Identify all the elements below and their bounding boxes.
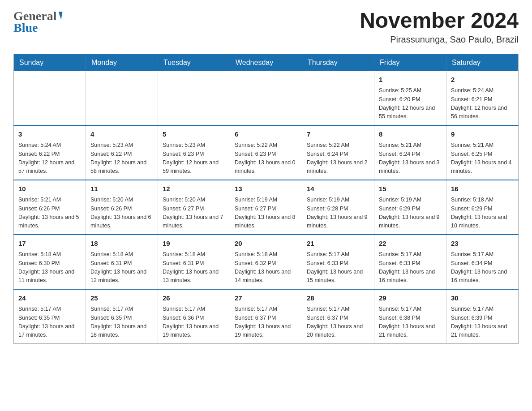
day-info: Sunrise: 5:17 AM Sunset: 6:37 PM Dayligh… bbox=[235, 305, 297, 340]
weekday-header-thursday: Thursday bbox=[302, 54, 374, 71]
month-title: November 2024 bbox=[360, 9, 519, 33]
day-number: 22 bbox=[379, 239, 442, 249]
day-info: Sunrise: 5:21 AM Sunset: 6:25 PM Dayligh… bbox=[451, 141, 514, 176]
calendar-cell: 4Sunrise: 5:23 AM Sunset: 6:22 PM Daylig… bbox=[86, 125, 158, 180]
week-row-5: 24Sunrise: 5:17 AM Sunset: 6:35 PM Dayli… bbox=[14, 289, 519, 344]
calendar-cell: 13Sunrise: 5:19 AM Sunset: 6:27 PM Dayli… bbox=[230, 180, 302, 235]
day-info: Sunrise: 5:17 AM Sunset: 6:34 PM Dayligh… bbox=[451, 250, 514, 285]
day-number: 18 bbox=[90, 239, 153, 249]
calendar-cell: 20Sunrise: 5:18 AM Sunset: 6:32 PM Dayli… bbox=[230, 235, 302, 289]
day-number: 2 bbox=[451, 75, 514, 85]
day-info: Sunrise: 5:19 AM Sunset: 6:28 PM Dayligh… bbox=[307, 196, 369, 231]
calendar-cell: 2Sunrise: 5:24 AM Sunset: 6:21 PM Daylig… bbox=[446, 71, 519, 125]
day-info: Sunrise: 5:24 AM Sunset: 6:22 PM Dayligh… bbox=[18, 141, 81, 176]
day-info: Sunrise: 5:17 AM Sunset: 6:36 PM Dayligh… bbox=[163, 305, 225, 340]
day-info: Sunrise: 5:17 AM Sunset: 6:33 PM Dayligh… bbox=[307, 250, 369, 285]
calendar-cell: 24Sunrise: 5:17 AM Sunset: 6:35 PM Dayli… bbox=[14, 289, 86, 344]
day-number: 12 bbox=[163, 184, 225, 194]
day-info: Sunrise: 5:18 AM Sunset: 6:31 PM Dayligh… bbox=[163, 250, 225, 285]
day-info: Sunrise: 5:23 AM Sunset: 6:23 PM Dayligh… bbox=[163, 141, 225, 176]
day-info: Sunrise: 5:17 AM Sunset: 6:33 PM Dayligh… bbox=[379, 250, 442, 285]
location-subtitle: Pirassununga, Sao Paulo, Brazil bbox=[360, 34, 519, 45]
day-number: 20 bbox=[235, 239, 297, 249]
day-info: Sunrise: 5:18 AM Sunset: 6:32 PM Dayligh… bbox=[235, 250, 297, 285]
day-number: 11 bbox=[90, 184, 153, 194]
day-number: 30 bbox=[451, 293, 514, 304]
day-number: 21 bbox=[307, 239, 369, 249]
calendar-cell: 14Sunrise: 5:19 AM Sunset: 6:28 PM Dayli… bbox=[302, 180, 374, 235]
day-info: Sunrise: 5:17 AM Sunset: 6:35 PM Dayligh… bbox=[90, 305, 153, 340]
title-area: November 2024 Pirassununga, Sao Paulo, B… bbox=[360, 9, 519, 45]
day-number: 14 bbox=[307, 184, 369, 194]
calendar-cell bbox=[14, 71, 86, 125]
calendar-cell bbox=[230, 71, 302, 125]
day-info: Sunrise: 5:22 AM Sunset: 6:23 PM Dayligh… bbox=[235, 141, 297, 176]
day-info: Sunrise: 5:17 AM Sunset: 6:39 PM Dayligh… bbox=[451, 305, 514, 340]
calendar-cell: 18Sunrise: 5:18 AM Sunset: 6:31 PM Dayli… bbox=[86, 235, 158, 289]
day-info: Sunrise: 5:19 AM Sunset: 6:27 PM Dayligh… bbox=[235, 196, 297, 231]
calendar-cell: 6Sunrise: 5:22 AM Sunset: 6:23 PM Daylig… bbox=[230, 125, 302, 180]
day-number: 17 bbox=[18, 239, 81, 249]
calendar-cell: 28Sunrise: 5:17 AM Sunset: 6:37 PM Dayli… bbox=[302, 289, 374, 344]
day-info: Sunrise: 5:21 AM Sunset: 6:26 PM Dayligh… bbox=[18, 196, 81, 231]
calendar-cell: 29Sunrise: 5:17 AM Sunset: 6:38 PM Dayli… bbox=[374, 289, 446, 344]
day-info: Sunrise: 5:24 AM Sunset: 6:21 PM Dayligh… bbox=[451, 86, 514, 121]
day-number: 25 bbox=[90, 293, 153, 304]
day-number: 5 bbox=[163, 129, 225, 140]
calendar-cell: 23Sunrise: 5:17 AM Sunset: 6:34 PM Dayli… bbox=[446, 235, 519, 289]
day-number: 10 bbox=[18, 184, 81, 194]
day-number: 29 bbox=[379, 293, 442, 304]
calendar-cell: 21Sunrise: 5:17 AM Sunset: 6:33 PM Dayli… bbox=[302, 235, 374, 289]
week-row-1: 1Sunrise: 5:25 AM Sunset: 6:20 PM Daylig… bbox=[14, 71, 519, 125]
calendar-cell: 30Sunrise: 5:17 AM Sunset: 6:39 PM Dayli… bbox=[446, 289, 519, 344]
calendar-cell: 16Sunrise: 5:18 AM Sunset: 6:29 PM Dayli… bbox=[446, 180, 519, 235]
day-number: 9 bbox=[451, 129, 514, 140]
calendar-cell bbox=[158, 71, 230, 125]
calendar-cell bbox=[302, 71, 374, 125]
day-info: Sunrise: 5:18 AM Sunset: 6:30 PM Dayligh… bbox=[18, 250, 81, 285]
day-number: 1 bbox=[379, 75, 442, 85]
weekday-header-tuesday: Tuesday bbox=[158, 54, 230, 71]
day-info: Sunrise: 5:17 AM Sunset: 6:37 PM Dayligh… bbox=[307, 305, 369, 340]
day-info: Sunrise: 5:25 AM Sunset: 6:20 PM Dayligh… bbox=[379, 86, 442, 121]
calendar-cell: 3Sunrise: 5:24 AM Sunset: 6:22 PM Daylig… bbox=[14, 125, 86, 180]
calendar-cell: 12Sunrise: 5:20 AM Sunset: 6:27 PM Dayli… bbox=[158, 180, 230, 235]
calendar-cell: 5Sunrise: 5:23 AM Sunset: 6:23 PM Daylig… bbox=[158, 125, 230, 180]
day-number: 13 bbox=[235, 184, 297, 194]
day-number: 24 bbox=[18, 293, 81, 304]
weekday-header-wednesday: Wednesday bbox=[230, 54, 302, 71]
calendar-cell: 15Sunrise: 5:19 AM Sunset: 6:29 PM Dayli… bbox=[374, 180, 446, 235]
calendar-cell: 25Sunrise: 5:17 AM Sunset: 6:35 PM Dayli… bbox=[86, 289, 158, 344]
day-number: 3 bbox=[18, 129, 81, 140]
day-info: Sunrise: 5:20 AM Sunset: 6:26 PM Dayligh… bbox=[90, 196, 153, 231]
calendar-cell: 10Sunrise: 5:21 AM Sunset: 6:26 PM Dayli… bbox=[14, 180, 86, 235]
weekday-header-sunday: Sunday bbox=[14, 54, 86, 71]
weekday-header-friday: Friday bbox=[374, 54, 446, 71]
day-number: 28 bbox=[307, 293, 369, 304]
day-number: 19 bbox=[163, 239, 225, 249]
logo: General Blue bbox=[13, 9, 62, 35]
day-info: Sunrise: 5:18 AM Sunset: 6:29 PM Dayligh… bbox=[451, 196, 514, 231]
day-number: 15 bbox=[379, 184, 442, 194]
weekday-header-monday: Monday bbox=[86, 54, 158, 71]
day-info: Sunrise: 5:21 AM Sunset: 6:24 PM Dayligh… bbox=[379, 141, 442, 176]
day-info: Sunrise: 5:17 AM Sunset: 6:35 PM Dayligh… bbox=[18, 305, 81, 340]
day-number: 26 bbox=[163, 293, 225, 304]
day-number: 6 bbox=[235, 129, 297, 140]
day-info: Sunrise: 5:18 AM Sunset: 6:31 PM Dayligh… bbox=[90, 250, 153, 285]
calendar-cell: 7Sunrise: 5:22 AM Sunset: 6:24 PM Daylig… bbox=[302, 125, 374, 180]
page-header: General Blue November 2024 Pirassununga,… bbox=[13, 9, 519, 45]
day-number: 27 bbox=[235, 293, 297, 304]
day-number: 23 bbox=[451, 239, 514, 249]
weekday-header-row: SundayMondayTuesdayWednesdayThursdayFrid… bbox=[14, 54, 519, 71]
day-number: 8 bbox=[379, 129, 442, 140]
calendar-cell: 9Sunrise: 5:21 AM Sunset: 6:25 PM Daylig… bbox=[446, 125, 519, 180]
calendar-cell bbox=[86, 71, 158, 125]
calendar-cell: 17Sunrise: 5:18 AM Sunset: 6:30 PM Dayli… bbox=[14, 235, 86, 289]
day-number: 7 bbox=[307, 129, 369, 140]
calendar-cell: 11Sunrise: 5:20 AM Sunset: 6:26 PM Dayli… bbox=[86, 180, 158, 235]
day-info: Sunrise: 5:19 AM Sunset: 6:29 PM Dayligh… bbox=[379, 196, 442, 231]
day-number: 16 bbox=[451, 184, 514, 194]
week-row-4: 17Sunrise: 5:18 AM Sunset: 6:30 PM Dayli… bbox=[14, 235, 519, 289]
calendar-cell: 1Sunrise: 5:25 AM Sunset: 6:20 PM Daylig… bbox=[374, 71, 446, 125]
